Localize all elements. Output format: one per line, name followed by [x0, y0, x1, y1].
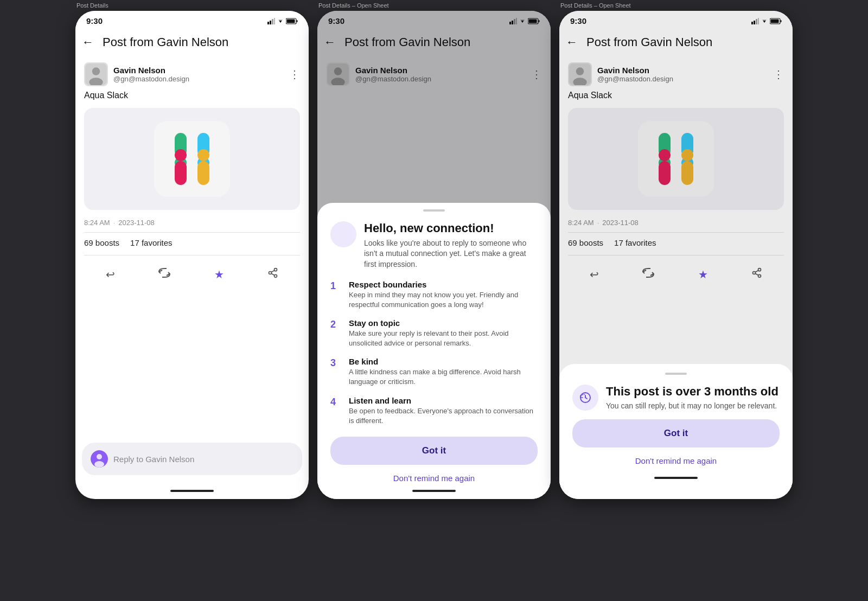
- sheet-item-content-1: Respect boundaries Keep in mind they may…: [349, 280, 538, 310]
- sheet-item-title-3: Be kind: [349, 357, 538, 366]
- sheet-header-1: 🤝 Hello, new connection! Looks like you'…: [330, 221, 538, 270]
- user-handle-1: @gn@mastodon.design: [113, 75, 189, 83]
- svg-rect-3: [274, 18, 275, 24]
- post-date-1: 2023-11-08: [118, 219, 155, 227]
- home-indicator-2: [317, 486, 551, 499]
- status-icons-1: [267, 18, 298, 24]
- avatar-1: [84, 62, 108, 86]
- back-button-1[interactable]: ←: [80, 33, 96, 52]
- svg-rect-7: [297, 20, 298, 22]
- label-1: Post Details: [75, 0, 309, 11]
- status-bar-1: 9:30: [75, 11, 309, 29]
- svg-rect-17: [175, 161, 187, 185]
- boost-button-1[interactable]: [155, 265, 174, 284]
- svg-point-18: [175, 149, 187, 161]
- sheet-item-desc-3: A little kindness can make a big differe…: [349, 367, 538, 387]
- stats-row-1: 69 boosts 17 favorites: [84, 238, 300, 247]
- sheet-num-2: 2: [330, 319, 341, 330]
- post-time-1: 8:24 AM: [84, 219, 110, 227]
- page-title-1: Post from Gavin Nelson: [103, 35, 228, 49]
- top-bar-1: ← Post from Gavin Nelson: [75, 29, 309, 56]
- svg-rect-12: [154, 121, 230, 197]
- user-info-1: Gavin Nelson @gn@mastodon.design: [84, 62, 189, 86]
- sheet-item-4: 4 Listen and learn Be open to feedback. …: [330, 396, 538, 426]
- got-it-button-2[interactable]: Got it: [572, 419, 780, 447]
- sheet-icon-1: 🤝: [330, 221, 356, 247]
- user-name-1: Gavin Nelson: [113, 66, 189, 75]
- sheet-num-4: 4: [330, 397, 341, 408]
- svg-line-24: [271, 273, 275, 275]
- user-details-1: Gavin Nelson @gn@mastodon.design: [113, 66, 189, 83]
- svg-point-28: [94, 461, 104, 468]
- clock-icon: [578, 390, 593, 405]
- star-button-1[interactable]: ★: [211, 265, 227, 284]
- sheet-item-desc-4: Be open to feedback. Everyone's approach…: [349, 406, 538, 426]
- svg-rect-0: [267, 22, 269, 24]
- home-bar-2: [412, 490, 456, 492]
- sheet-title-1: Hello, new connection!: [364, 221, 538, 235]
- sheet-icon-2: [572, 385, 598, 411]
- meta-dot-1: ·: [113, 219, 116, 227]
- post-image-1: [84, 108, 300, 210]
- battery-icon-1: [286, 18, 298, 24]
- more-button-1[interactable]: ⋮: [289, 68, 300, 81]
- home-bar-3: [654, 477, 698, 479]
- sheet-subtitle-1: Looks like you're about to reply to some…: [364, 238, 538, 270]
- svg-rect-19: [197, 161, 209, 185]
- sheet-handle-1: [423, 209, 445, 212]
- post-meta-1: 8:24 AM · 2023-11-08: [84, 219, 300, 227]
- sheet-item-desc-1: Keep in mind they may not know you yet. …: [349, 290, 538, 310]
- got-it-button-1[interactable]: Got it: [330, 437, 538, 465]
- sheet-item-title-2: Stay on topic: [349, 318, 538, 328]
- post-container-1: Gavin Nelson @gn@mastodon.design ⋮ Aqua …: [75, 56, 309, 438]
- dont-remind-button-2[interactable]: Don't remind me again: [572, 453, 780, 469]
- phone-3: 9:30: [559, 11, 793, 499]
- share-button-1[interactable]: [264, 264, 282, 284]
- home-indicator-3: [572, 473, 780, 486]
- divider-2: [84, 255, 300, 255]
- reply-button-1[interactable]: ↩: [103, 265, 118, 284]
- favorites-1: 17 favorites: [130, 238, 173, 247]
- dont-remind-button-1[interactable]: Don't remind me again: [330, 470, 538, 486]
- svg-rect-1: [270, 21, 271, 24]
- sheet-item-2: 2 Stay on topic Make sure your reply is …: [330, 318, 538, 348]
- svg-point-20: [197, 149, 209, 161]
- sheet-num-1: 1: [330, 280, 341, 292]
- signal-icon-1: [267, 18, 275, 24]
- sheet-list-1: 1 Respect boundaries Keep in mind they m…: [330, 280, 538, 426]
- bottom-sheet-2: This post is over 3 months old You can s…: [559, 364, 793, 499]
- sheet-item-content-3: Be kind A little kindness can make a big…: [349, 357, 538, 387]
- svg-point-10: [92, 67, 100, 75]
- label-3: Post Details – Open Sheet: [559, 0, 793, 11]
- sheet-title-area-1: Hello, new connection! Looks like you're…: [364, 221, 538, 270]
- svg-marker-5: [279, 21, 282, 23]
- svg-point-21: [274, 268, 277, 271]
- reply-avatar-1: [91, 450, 108, 468]
- post-text-1: Aqua Slack: [84, 91, 300, 100]
- handshake-icon: 🤝: [336, 227, 351, 242]
- svg-rect-2: [272, 19, 273, 24]
- sheet-title-area-2: This post is over 3 months old You can s…: [606, 385, 778, 412]
- svg-point-22: [269, 272, 271, 274]
- sheet-handle-2: [665, 373, 687, 375]
- sheet-subtitle-2: You can still reply, but it may no longe…: [606, 401, 778, 412]
- phone-2: 9:30: [317, 11, 551, 499]
- sheet-num-3: 3: [330, 357, 341, 369]
- wifi-icon-1: [277, 18, 284, 24]
- sheet-item-content-2: Stay on topic Make sure your reply is re…: [349, 318, 538, 348]
- reply-bar-1[interactable]: Reply to Gavin Nelson: [82, 443, 302, 475]
- home-bar-1: [170, 490, 214, 492]
- slack-logo-1: [154, 121, 230, 197]
- sheet-overlay-2: 🤝 Hello, new connection! Looks like you'…: [317, 11, 551, 499]
- svg-point-27: [97, 454, 102, 459]
- action-row-1: ↩ ★: [84, 261, 300, 290]
- label-2: Post Details – Open Sheet: [317, 0, 551, 11]
- divider-1: [84, 232, 300, 233]
- sheet-overlay-3: This post is over 3 months old You can s…: [559, 11, 793, 499]
- svg-point-41: [336, 227, 350, 241]
- bottom-sheet-1: 🤝 Hello, new connection! Looks like you'…: [317, 203, 551, 499]
- sheet-item-title-1: Respect boundaries: [349, 280, 538, 289]
- svg-line-25: [271, 270, 275, 272]
- svg-rect-8: [287, 19, 295, 23]
- phone-1: 9:30: [75, 11, 309, 499]
